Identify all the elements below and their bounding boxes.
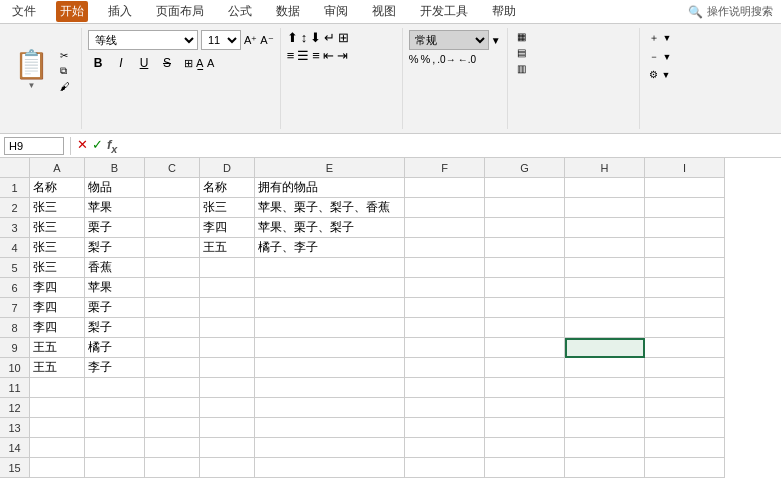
formula-input[interactable] bbox=[121, 138, 777, 154]
cell-E7[interactable] bbox=[255, 298, 405, 318]
cell-E12[interactable] bbox=[255, 398, 405, 418]
cell-I8[interactable] bbox=[645, 318, 725, 338]
cell-I6[interactable] bbox=[645, 278, 725, 298]
cell-F2[interactable] bbox=[405, 198, 485, 218]
menu-item-帮助[interactable]: 帮助 bbox=[488, 1, 520, 22]
cell-B15[interactable] bbox=[85, 458, 145, 478]
col-header-g[interactable]: G bbox=[485, 158, 565, 178]
cell-A14[interactable] bbox=[30, 438, 85, 458]
cell-H9[interactable] bbox=[565, 338, 645, 358]
cell-E5[interactable] bbox=[255, 258, 405, 278]
cell-B1[interactable]: 物品 bbox=[85, 178, 145, 198]
col-header-b[interactable]: B bbox=[85, 158, 145, 178]
cell-A3[interactable]: 张三 bbox=[30, 218, 85, 238]
cell-H6[interactable] bbox=[565, 278, 645, 298]
cell-C6[interactable] bbox=[145, 278, 200, 298]
format-button[interactable]: ⚙ ▼ bbox=[646, 68, 716, 81]
percent-button[interactable]: % bbox=[420, 53, 430, 65]
align-middle-icon[interactable]: ↕ bbox=[301, 30, 308, 45]
cell-C2[interactable] bbox=[145, 198, 200, 218]
row-number-1[interactable]: 1 bbox=[0, 178, 30, 198]
cell-E14[interactable] bbox=[255, 438, 405, 458]
cell-G6[interactable] bbox=[485, 278, 565, 298]
cell-H15[interactable] bbox=[565, 458, 645, 478]
cell-I15[interactable] bbox=[645, 458, 725, 478]
cell-C9[interactable] bbox=[145, 338, 200, 358]
cell-G11[interactable] bbox=[485, 378, 565, 398]
cell-F12[interactable] bbox=[405, 398, 485, 418]
cell-C12[interactable] bbox=[145, 398, 200, 418]
cell-E6[interactable] bbox=[255, 278, 405, 298]
cell-I5[interactable] bbox=[645, 258, 725, 278]
cell-F7[interactable] bbox=[405, 298, 485, 318]
cell-G9[interactable] bbox=[485, 338, 565, 358]
currency-button[interactable]: % bbox=[409, 53, 419, 65]
cell-F9[interactable] bbox=[405, 338, 485, 358]
cell-C3[interactable] bbox=[145, 218, 200, 238]
cell-A6[interactable]: 李四 bbox=[30, 278, 85, 298]
cell-I11[interactable] bbox=[645, 378, 725, 398]
align-top-icon[interactable]: ⬆ bbox=[287, 30, 298, 45]
cell-D10[interactable] bbox=[200, 358, 255, 378]
cell-G15[interactable] bbox=[485, 458, 565, 478]
col-header-i[interactable]: I bbox=[645, 158, 725, 178]
conditional-format-button[interactable]: ▦ bbox=[514, 30, 633, 43]
cell-H2[interactable] bbox=[565, 198, 645, 218]
bold-button[interactable]: B bbox=[88, 53, 108, 73]
italic-button[interactable]: I bbox=[111, 53, 131, 73]
cell-D13[interactable] bbox=[200, 418, 255, 438]
cell-H12[interactable] bbox=[565, 398, 645, 418]
cell-G4[interactable] bbox=[485, 238, 565, 258]
cell-H5[interactable] bbox=[565, 258, 645, 278]
format-painter-button[interactable]: 🖌 bbox=[57, 80, 75, 93]
cell-C13[interactable] bbox=[145, 418, 200, 438]
cell-E9[interactable] bbox=[255, 338, 405, 358]
align-bottom-icon[interactable]: ⬇ bbox=[310, 30, 321, 45]
menu-item-插入[interactable]: 插入 bbox=[104, 1, 136, 22]
align-center-icon[interactable]: ☰ bbox=[297, 48, 309, 63]
cell-A8[interactable]: 李四 bbox=[30, 318, 85, 338]
cell-H10[interactable] bbox=[565, 358, 645, 378]
col-header-f[interactable]: F bbox=[405, 158, 485, 178]
comma-button[interactable]: , bbox=[432, 53, 435, 65]
decrease-indent-icon[interactable]: ⇤ bbox=[323, 48, 334, 63]
cell-F3[interactable] bbox=[405, 218, 485, 238]
cell-F10[interactable] bbox=[405, 358, 485, 378]
menu-item-视图[interactable]: 视图 bbox=[368, 1, 400, 22]
cell-I10[interactable] bbox=[645, 358, 725, 378]
cell-F15[interactable] bbox=[405, 458, 485, 478]
cell-B10[interactable]: 李子 bbox=[85, 358, 145, 378]
cell-E3[interactable]: 苹果、栗子、梨子 bbox=[255, 218, 405, 238]
cell-A4[interactable]: 张三 bbox=[30, 238, 85, 258]
cell-I14[interactable] bbox=[645, 438, 725, 458]
cell-G1[interactable] bbox=[485, 178, 565, 198]
menu-item-公式[interactable]: 公式 bbox=[224, 1, 256, 22]
cell-A5[interactable]: 张三 bbox=[30, 258, 85, 278]
cell-styles-button[interactable]: ▥ bbox=[514, 62, 633, 75]
cell-B5[interactable]: 香蕉 bbox=[85, 258, 145, 278]
cell-A10[interactable]: 王五 bbox=[30, 358, 85, 378]
cell-A7[interactable]: 李四 bbox=[30, 298, 85, 318]
confirm-formula-icon[interactable]: ✓ bbox=[92, 137, 103, 155]
cell-F1[interactable] bbox=[405, 178, 485, 198]
col-header-a[interactable]: A bbox=[30, 158, 85, 178]
cell-G14[interactable] bbox=[485, 438, 565, 458]
cell-G13[interactable] bbox=[485, 418, 565, 438]
cell-G8[interactable] bbox=[485, 318, 565, 338]
menu-item-数据[interactable]: 数据 bbox=[272, 1, 304, 22]
row-number-8[interactable]: 8 bbox=[0, 318, 30, 338]
row-number-7[interactable]: 7 bbox=[0, 298, 30, 318]
col-header-c[interactable]: C bbox=[145, 158, 200, 178]
row-number-2[interactable]: 2 bbox=[0, 198, 30, 218]
cell-C4[interactable] bbox=[145, 238, 200, 258]
cell-A2[interactable]: 张三 bbox=[30, 198, 85, 218]
cell-G12[interactable] bbox=[485, 398, 565, 418]
cell-E4[interactable]: 橘子、李子 bbox=[255, 238, 405, 258]
cell-D2[interactable]: 张三 bbox=[200, 198, 255, 218]
cell-I3[interactable] bbox=[645, 218, 725, 238]
cell-B2[interactable]: 苹果 bbox=[85, 198, 145, 218]
col-header-h[interactable]: H bbox=[565, 158, 645, 178]
cell-D3[interactable]: 李四 bbox=[200, 218, 255, 238]
merge-center-icon[interactable]: ⊞ bbox=[338, 30, 349, 45]
col-header-e[interactable]: E bbox=[255, 158, 405, 178]
